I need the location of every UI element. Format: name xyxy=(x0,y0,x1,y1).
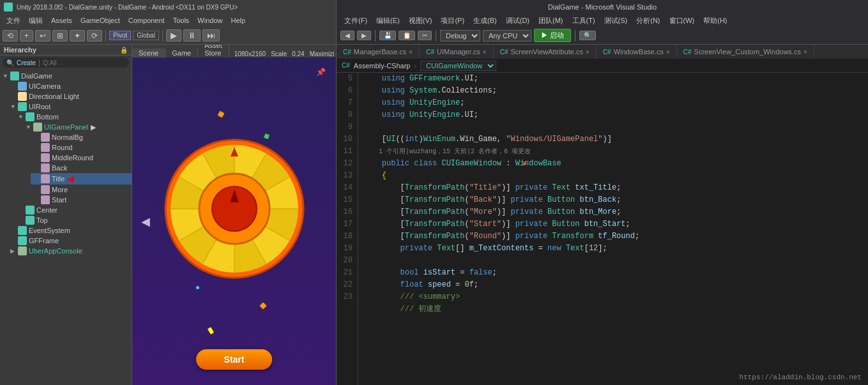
search-icon: 🔍 xyxy=(6,59,14,66)
code-line-7: using UnityEngine; xyxy=(363,97,863,109)
pivot-button[interactable]: Pivot xyxy=(109,31,131,40)
code-line-10: [UI((int)WinEnum.Win_Game, "Windows/UIGa… xyxy=(363,133,863,146)
cs-icon3: C# xyxy=(500,49,508,56)
code-line-14: [TransformPath("Back")] private Button b… xyxy=(363,194,863,206)
vs-toolbar5[interactable]: 🔍 xyxy=(579,31,596,40)
tab4-close[interactable]: × xyxy=(803,49,807,56)
vs-menu-test[interactable]: 测试(S) xyxy=(600,15,632,26)
vs-tab-screenview[interactable]: C# ScreenViewAttribute.cs × xyxy=(494,45,597,59)
vs-tab-managerbase[interactable]: C# ManagerBase.cs × xyxy=(337,45,420,59)
code-line-6: using System.Collections; xyxy=(363,85,863,97)
tree-item-uiroot[interactable]: ▼ UIRoot xyxy=(8,102,132,112)
unity-toolbar-btn5[interactable]: ✦ xyxy=(70,30,85,42)
vs-menu-window[interactable]: 窗口(W) xyxy=(666,15,699,26)
game-tab[interactable]: Game xyxy=(165,49,198,57)
unity-toolbar-btn3[interactable]: ↩ xyxy=(35,30,50,42)
tree-item-center[interactable]: Center xyxy=(15,205,132,215)
tree-item-round[interactable]: Round xyxy=(31,142,132,153)
step-button[interactable]: ⏭ xyxy=(202,29,220,42)
tree-item-gfframe[interactable]: GFFrame xyxy=(8,236,132,246)
vs-menu-file[interactable]: 文件(F) xyxy=(340,15,371,26)
menu-tools[interactable]: Tools xyxy=(169,16,194,25)
vs-tab-screenview-custom[interactable]: C# ScreenView_Custom_Windows.cs × xyxy=(677,45,814,59)
vs-toolbar3[interactable]: 📋 xyxy=(399,31,415,40)
tree-item-uicamera[interactable]: UICamera xyxy=(8,81,132,91)
tab2-close[interactable]: × xyxy=(586,49,590,56)
start-game-button[interactable]: Start xyxy=(196,349,273,370)
tree-item-dirlight[interactable]: Directional Light xyxy=(8,91,132,102)
vs-menu-analyze[interactable]: 分析(N) xyxy=(632,15,664,26)
vs-menu-project[interactable]: 项目(P) xyxy=(437,15,468,26)
cpu-select[interactable]: Any CPU xyxy=(483,30,531,42)
start-button[interactable]: ▶ 启动 xyxy=(534,29,571,42)
vs-menu-help[interactable]: 帮助(H) xyxy=(699,15,731,26)
vs-toolbar4[interactable]: ✂ xyxy=(418,31,432,40)
scale-label: Scale xyxy=(271,50,287,57)
menu-edit[interactable]: 编辑 xyxy=(25,15,47,26)
vs-tab-windowbase[interactable]: C# WindowBase.cs × xyxy=(597,45,677,59)
tree-item-uigamepanel[interactable]: ▼ UIGamePanel ▶ xyxy=(23,122,132,132)
scene-tab[interactable]: Scene xyxy=(132,49,165,57)
code-line-16: [TransformPath("Start")] private Button … xyxy=(363,218,863,230)
tree-item-uberappconsole[interactable]: ▶ UberAppConsole xyxy=(8,246,132,256)
tab1-close[interactable]: × xyxy=(483,49,487,56)
cs-file-icon: C# xyxy=(342,62,350,69)
tree-item-eventsystem[interactable]: EventSystem xyxy=(8,225,132,236)
vs-fwd-btn[interactable]: ▶ xyxy=(357,31,371,40)
vs-back-btn[interactable]: ◀ xyxy=(340,31,354,40)
vs-menu-debug[interactable]: 调试(D) xyxy=(502,15,533,26)
vs-save-btn[interactable]: 💾 xyxy=(379,31,396,40)
create-label[interactable]: Create xyxy=(17,59,36,66)
code-line-19 xyxy=(363,255,863,267)
vs-menu-view[interactable]: 视图(V) xyxy=(405,15,436,26)
vs-menu-build[interactable]: 生成(B) xyxy=(469,15,501,26)
code-line-9 xyxy=(363,121,863,133)
code-line-17: [TransformPath("Round")] private Transfo… xyxy=(363,230,863,243)
class-selector[interactable]: CUIGameWindow xyxy=(420,61,496,71)
tree-item-dialgame[interactable]: ▼ DialGame xyxy=(0,71,132,81)
unity-toolbar-btn1[interactable]: ⟲ xyxy=(3,30,18,42)
play-button[interactable]: ▶ xyxy=(166,29,181,42)
vs-tab-uimanager[interactable]: C# UIManager.cs × xyxy=(420,45,494,59)
search-separator: | xyxy=(38,58,40,67)
tree-item-middleround[interactable]: MiddleRound xyxy=(31,153,132,163)
code-line-12: { xyxy=(363,170,863,182)
vs-menu-team[interactable]: 团队(M) xyxy=(535,15,567,26)
tree-item-normalbg[interactable]: NormalBg xyxy=(31,132,132,142)
tree-item-bottom[interactable]: ▼ Bottom xyxy=(15,112,132,122)
code-line-13: [TransformPath("Title")] private Text tx… xyxy=(363,182,863,194)
menu-assets[interactable]: Assets xyxy=(47,16,76,25)
vs-menu-edit[interactable]: 编辑(E) xyxy=(372,15,404,26)
line-numbers: 5 6 7 8 9 10 11 12 13 14 15 16 17 18 19 … xyxy=(337,73,358,385)
tree-item-title[interactable]: Title ◀ xyxy=(31,173,132,185)
assembly-csharp-tab[interactable]: Assembly-CSharp xyxy=(354,62,411,70)
tree-item-start[interactable]: Start xyxy=(31,195,132,205)
watermark: https://aladdin.blog.csdn.net xyxy=(740,374,862,381)
menu-component[interactable]: Component xyxy=(125,16,169,25)
asset-store-tab[interactable]: Asset Store xyxy=(198,45,229,57)
global-button[interactable]: Global xyxy=(133,31,159,40)
code-line-22: /// <summary> xyxy=(363,291,863,303)
tab0-close[interactable]: × xyxy=(409,49,413,56)
menu-gameobject[interactable]: GameObject xyxy=(77,16,124,25)
vs-menu-tools[interactable]: 工具(T) xyxy=(568,15,599,26)
tab3-close[interactable]: × xyxy=(666,49,670,56)
unity-toolbar-btn2[interactable]: + xyxy=(20,30,33,42)
maximize-label[interactable]: Maximizi xyxy=(310,50,335,57)
menu-file[interactable]: 文件 xyxy=(3,15,24,26)
unity-toolbar-btn4[interactable]: ⊞ xyxy=(52,30,68,42)
back-arrow: ◀ xyxy=(141,215,150,229)
tree-item-more[interactable]: More xyxy=(31,185,132,195)
menu-window[interactable]: Window xyxy=(194,16,226,25)
unity-title: Unity 2018.3.0f2 - DialGame.unity - Dial… xyxy=(17,4,238,11)
pause-button[interactable]: ⏸ xyxy=(183,29,201,42)
debug-select[interactable]: Debug xyxy=(440,30,480,42)
confetti5 xyxy=(208,327,214,335)
menu-help[interactable]: Help xyxy=(227,16,249,25)
hierarchy-search[interactable] xyxy=(43,59,125,66)
tree-item-back[interactable]: Back xyxy=(31,163,132,173)
code-content[interactable]: using GFFramework.UI; using System.Colle… xyxy=(358,73,868,385)
tree-item-top[interactable]: Top xyxy=(15,215,132,225)
unity-toolbar-btn6[interactable]: ⟳ xyxy=(87,30,102,42)
scale-value: 0.24 xyxy=(292,50,304,57)
